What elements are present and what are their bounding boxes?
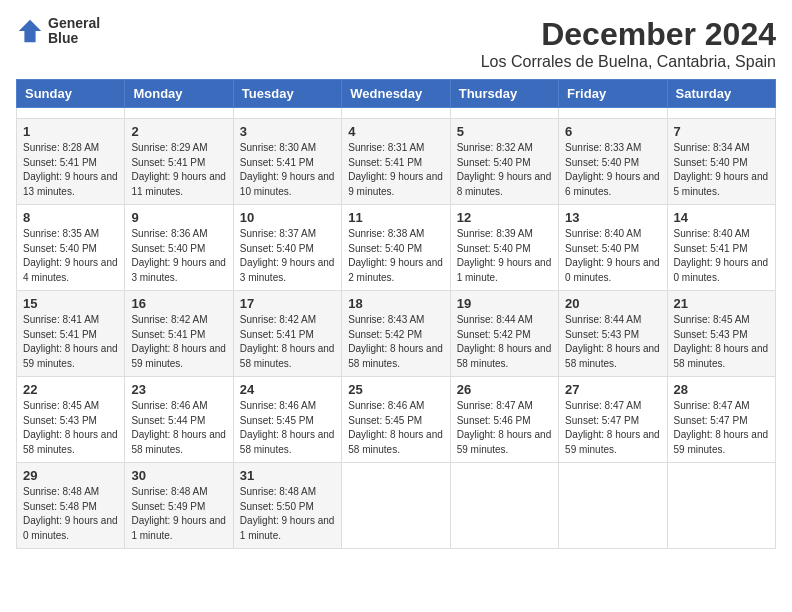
col-wednesday: Wednesday	[342, 80, 450, 108]
calendar-cell: 30Sunrise: 8:48 AM Sunset: 5:49 PM Dayli…	[125, 463, 233, 549]
main-title: December 2024	[481, 16, 776, 53]
calendar-cell: 29Sunrise: 8:48 AM Sunset: 5:48 PM Dayli…	[17, 463, 125, 549]
calendar-cell: 3Sunrise: 8:30 AM Sunset: 5:41 PM Daylig…	[233, 119, 341, 205]
calendar-cell: 22Sunrise: 8:45 AM Sunset: 5:43 PM Dayli…	[17, 377, 125, 463]
calendar-cell: 8Sunrise: 8:35 AM Sunset: 5:40 PM Daylig…	[17, 205, 125, 291]
calendar-week-row: 29Sunrise: 8:48 AM Sunset: 5:48 PM Dayli…	[17, 463, 776, 549]
day-info: Sunrise: 8:40 AM Sunset: 5:40 PM Dayligh…	[565, 227, 660, 285]
calendar-cell: 5Sunrise: 8:32 AM Sunset: 5:40 PM Daylig…	[450, 119, 558, 205]
day-number: 7	[674, 124, 769, 139]
calendar-cell: 16Sunrise: 8:42 AM Sunset: 5:41 PM Dayli…	[125, 291, 233, 377]
day-info: Sunrise: 8:31 AM Sunset: 5:41 PM Dayligh…	[348, 141, 443, 199]
subtitle: Los Corrales de Buelna, Cantabria, Spain	[481, 53, 776, 71]
day-number: 12	[457, 210, 552, 225]
logo-line1: General	[48, 16, 100, 31]
logo-icon	[16, 17, 44, 45]
col-friday: Friday	[559, 80, 667, 108]
calendar-cell: 10Sunrise: 8:37 AM Sunset: 5:40 PM Dayli…	[233, 205, 341, 291]
calendar-cell	[342, 108, 450, 119]
day-info: Sunrise: 8:41 AM Sunset: 5:41 PM Dayligh…	[23, 313, 118, 371]
col-saturday: Saturday	[667, 80, 775, 108]
day-number: 8	[23, 210, 118, 225]
day-number: 17	[240, 296, 335, 311]
calendar-cell	[450, 108, 558, 119]
calendar-cell: 31Sunrise: 8:48 AM Sunset: 5:50 PM Dayli…	[233, 463, 341, 549]
day-number: 26	[457, 382, 552, 397]
day-info: Sunrise: 8:29 AM Sunset: 5:41 PM Dayligh…	[131, 141, 226, 199]
day-info: Sunrise: 8:48 AM Sunset: 5:48 PM Dayligh…	[23, 485, 118, 543]
day-info: Sunrise: 8:30 AM Sunset: 5:41 PM Dayligh…	[240, 141, 335, 199]
calendar-cell: 13Sunrise: 8:40 AM Sunset: 5:40 PM Dayli…	[559, 205, 667, 291]
day-number: 6	[565, 124, 660, 139]
calendar-cell	[559, 463, 667, 549]
day-number: 22	[23, 382, 118, 397]
day-number: 25	[348, 382, 443, 397]
title-block: December 2024 Los Corrales de Buelna, Ca…	[481, 16, 776, 71]
day-number: 24	[240, 382, 335, 397]
day-info: Sunrise: 8:38 AM Sunset: 5:40 PM Dayligh…	[348, 227, 443, 285]
day-number: 11	[348, 210, 443, 225]
day-info: Sunrise: 8:48 AM Sunset: 5:50 PM Dayligh…	[240, 485, 335, 543]
day-info: Sunrise: 8:28 AM Sunset: 5:41 PM Dayligh…	[23, 141, 118, 199]
calendar-cell: 21Sunrise: 8:45 AM Sunset: 5:43 PM Dayli…	[667, 291, 775, 377]
calendar-cell: 1Sunrise: 8:28 AM Sunset: 5:41 PM Daylig…	[17, 119, 125, 205]
day-number: 27	[565, 382, 660, 397]
day-number: 23	[131, 382, 226, 397]
day-number: 15	[23, 296, 118, 311]
day-info: Sunrise: 8:44 AM Sunset: 5:43 PM Dayligh…	[565, 313, 660, 371]
calendar-cell: 26Sunrise: 8:47 AM Sunset: 5:46 PM Dayli…	[450, 377, 558, 463]
calendar-cell	[17, 108, 125, 119]
calendar-cell: 20Sunrise: 8:44 AM Sunset: 5:43 PM Dayli…	[559, 291, 667, 377]
weekday-header-row: Sunday Monday Tuesday Wednesday Thursday…	[17, 80, 776, 108]
calendar-cell: 11Sunrise: 8:38 AM Sunset: 5:40 PM Dayli…	[342, 205, 450, 291]
col-sunday: Sunday	[17, 80, 125, 108]
calendar-cell: 12Sunrise: 8:39 AM Sunset: 5:40 PM Dayli…	[450, 205, 558, 291]
day-info: Sunrise: 8:48 AM Sunset: 5:49 PM Dayligh…	[131, 485, 226, 543]
svg-marker-0	[19, 20, 41, 42]
day-number: 30	[131, 468, 226, 483]
day-info: Sunrise: 8:45 AM Sunset: 5:43 PM Dayligh…	[23, 399, 118, 457]
day-number: 19	[457, 296, 552, 311]
day-info: Sunrise: 8:45 AM Sunset: 5:43 PM Dayligh…	[674, 313, 769, 371]
calendar-cell: 17Sunrise: 8:42 AM Sunset: 5:41 PM Dayli…	[233, 291, 341, 377]
calendar-cell	[450, 463, 558, 549]
logo-text: General Blue	[48, 16, 100, 47]
day-info: Sunrise: 8:33 AM Sunset: 5:40 PM Dayligh…	[565, 141, 660, 199]
calendar-cell: 6Sunrise: 8:33 AM Sunset: 5:40 PM Daylig…	[559, 119, 667, 205]
day-number: 31	[240, 468, 335, 483]
day-number: 1	[23, 124, 118, 139]
calendar-cell: 14Sunrise: 8:40 AM Sunset: 5:41 PM Dayli…	[667, 205, 775, 291]
calendar-week-row: 8Sunrise: 8:35 AM Sunset: 5:40 PM Daylig…	[17, 205, 776, 291]
day-number: 3	[240, 124, 335, 139]
calendar-cell: 15Sunrise: 8:41 AM Sunset: 5:41 PM Dayli…	[17, 291, 125, 377]
col-monday: Monday	[125, 80, 233, 108]
day-number: 14	[674, 210, 769, 225]
day-number: 18	[348, 296, 443, 311]
calendar-week-row: 1Sunrise: 8:28 AM Sunset: 5:41 PM Daylig…	[17, 119, 776, 205]
calendar-cell	[559, 108, 667, 119]
day-info: Sunrise: 8:46 AM Sunset: 5:45 PM Dayligh…	[348, 399, 443, 457]
calendar-week-row: 22Sunrise: 8:45 AM Sunset: 5:43 PM Dayli…	[17, 377, 776, 463]
calendar-cell	[667, 108, 775, 119]
calendar-cell: 9Sunrise: 8:36 AM Sunset: 5:40 PM Daylig…	[125, 205, 233, 291]
calendar-cell	[342, 463, 450, 549]
day-number: 28	[674, 382, 769, 397]
logo-line2: Blue	[48, 31, 100, 46]
day-info: Sunrise: 8:47 AM Sunset: 5:47 PM Dayligh…	[674, 399, 769, 457]
logo: General Blue	[16, 16, 100, 47]
day-info: Sunrise: 8:42 AM Sunset: 5:41 PM Dayligh…	[131, 313, 226, 371]
day-info: Sunrise: 8:46 AM Sunset: 5:44 PM Dayligh…	[131, 399, 226, 457]
calendar-cell: 19Sunrise: 8:44 AM Sunset: 5:42 PM Dayli…	[450, 291, 558, 377]
day-info: Sunrise: 8:47 AM Sunset: 5:46 PM Dayligh…	[457, 399, 552, 457]
calendar-cell: 2Sunrise: 8:29 AM Sunset: 5:41 PM Daylig…	[125, 119, 233, 205]
calendar-cell: 18Sunrise: 8:43 AM Sunset: 5:42 PM Dayli…	[342, 291, 450, 377]
day-info: Sunrise: 8:43 AM Sunset: 5:42 PM Dayligh…	[348, 313, 443, 371]
day-number: 13	[565, 210, 660, 225]
day-number: 20	[565, 296, 660, 311]
day-info: Sunrise: 8:39 AM Sunset: 5:40 PM Dayligh…	[457, 227, 552, 285]
calendar-week-row	[17, 108, 776, 119]
calendar-cell: 27Sunrise: 8:47 AM Sunset: 5:47 PM Dayli…	[559, 377, 667, 463]
calendar-table: Sunday Monday Tuesday Wednesday Thursday…	[16, 79, 776, 549]
calendar-cell	[667, 463, 775, 549]
calendar-cell: 23Sunrise: 8:46 AM Sunset: 5:44 PM Dayli…	[125, 377, 233, 463]
